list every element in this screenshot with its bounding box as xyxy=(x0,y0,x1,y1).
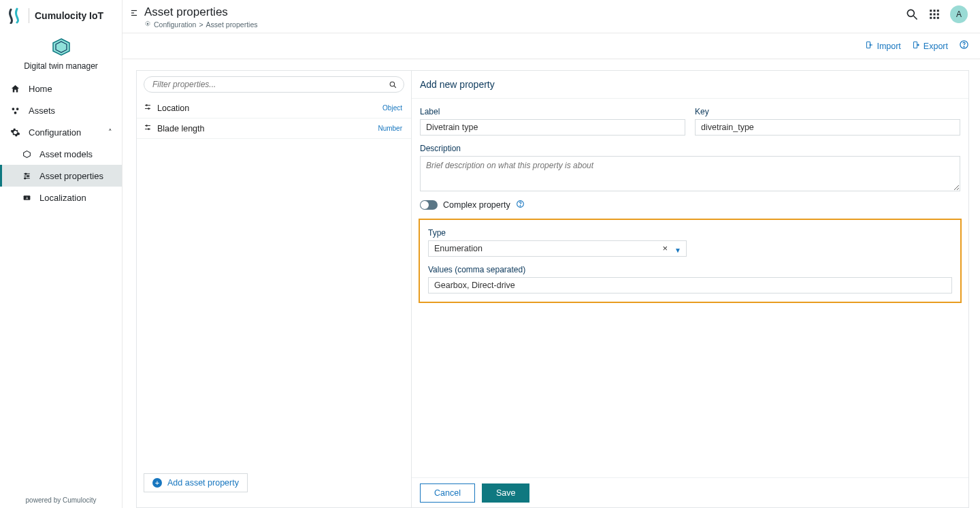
type-label: Type xyxy=(428,228,952,238)
complex-toggle-row: Complex property xyxy=(420,200,960,210)
plus-icon: + xyxy=(152,478,162,488)
workspace: Location Object Blade length Number + Ad… xyxy=(122,59,980,508)
add-asset-property-button[interactable]: + Add asset property xyxy=(144,473,248,492)
nav-asset-properties[interactable]: Asset properties xyxy=(0,165,122,187)
cancel-button[interactable]: Cancel xyxy=(420,483,475,503)
brand-name: Cumulocity IoT xyxy=(35,10,103,21)
type-badge: Object xyxy=(380,104,404,112)
apps-grid-icon[interactable] xyxy=(928,8,941,20)
svg-line-19 xyxy=(914,16,917,20)
svg-rect-26 xyxy=(930,17,932,19)
label-input[interactable] xyxy=(420,119,685,136)
app-title: Digital twin manager xyxy=(24,61,98,71)
avatar[interactable]: A xyxy=(950,5,968,23)
svg-point-17 xyxy=(147,23,149,25)
svg-point-18 xyxy=(907,10,914,16)
app-block: Digital twin manager xyxy=(0,31,122,78)
svg-rect-20 xyxy=(930,10,932,12)
sidebar-footer: powered by Cumulocity xyxy=(0,492,122,508)
svg-rect-23 xyxy=(930,14,932,16)
save-button[interactable]: Save xyxy=(482,483,530,503)
breadcrumb: Configuration > Asset properties xyxy=(144,19,905,33)
complex-label: Complex property xyxy=(443,200,510,210)
nav-label: Localization xyxy=(39,193,86,203)
svg-point-36 xyxy=(148,108,150,110)
svg-rect-21 xyxy=(934,10,936,12)
sliders-icon xyxy=(144,123,152,133)
svg-marker-5 xyxy=(23,150,30,157)
nav-label: Asset models xyxy=(39,149,93,159)
filter-input[interactable] xyxy=(144,76,404,93)
cube-icon xyxy=(22,149,31,159)
gear-icon xyxy=(144,20,151,29)
svg-rect-25 xyxy=(937,14,939,16)
svg-rect-22 xyxy=(937,10,939,12)
property-name: Location xyxy=(157,104,189,113)
breadcrumb-root[interactable]: Configuration xyxy=(154,20,196,29)
property-item[interactable]: Blade length Number xyxy=(137,118,411,139)
property-form-panel: Add new property Label Key Description xyxy=(412,70,969,508)
add-label: Add asset property xyxy=(167,478,239,488)
clear-icon[interactable]: × xyxy=(662,243,668,253)
type-select[interactable] xyxy=(428,240,687,257)
localization-icon: A xyxy=(22,193,31,202)
properties-list-panel: Location Object Blade length Number + Ad… xyxy=(136,70,412,508)
description-input[interactable] xyxy=(420,156,960,191)
breadcrumb-current: Asset properties xyxy=(206,20,258,29)
search-icon[interactable] xyxy=(389,80,397,92)
brand-block: Cumulocity IoT xyxy=(0,0,122,31)
key-label: Key xyxy=(695,107,960,116)
complex-toggle[interactable] xyxy=(420,200,438,210)
nav-configuration[interactable]: Configuration ˄ xyxy=(0,121,122,143)
topbar-actions: A xyxy=(905,5,968,23)
nav-label: Configuration xyxy=(29,127,81,138)
collapse-sidebar-icon[interactable] xyxy=(129,8,139,18)
topbar: Asset properties Configuration > Asset p… xyxy=(122,0,980,33)
caret-down-icon[interactable]: ▼ xyxy=(674,247,681,254)
form-title: Add new property xyxy=(412,71,968,99)
action-label: Import xyxy=(877,42,900,51)
svg-line-32 xyxy=(394,86,396,88)
form-footer: Cancel Save xyxy=(412,477,968,507)
nav-localization[interactable]: A Localization xyxy=(0,187,122,208)
svg-point-42 xyxy=(520,206,521,206)
key-input[interactable] xyxy=(695,119,960,136)
home-icon xyxy=(10,83,20,94)
property-name: Blade length xyxy=(157,124,205,133)
help-icon[interactable] xyxy=(959,39,969,52)
svg-point-31 xyxy=(390,82,395,86)
sidebar: Cumulocity IoT Digital twin manager Home… xyxy=(0,0,122,508)
nav-label: Asset properties xyxy=(39,171,103,181)
property-item[interactable]: Location Object xyxy=(137,98,411,118)
page-title: Asset properties xyxy=(144,5,905,19)
filter-row xyxy=(137,71,411,98)
svg-rect-28 xyxy=(937,17,939,19)
brand-separator xyxy=(29,8,29,23)
import-button[interactable]: Import xyxy=(865,41,900,51)
app-icon xyxy=(50,35,73,59)
assets-icon xyxy=(10,105,20,116)
nav-assets[interactable]: Assets xyxy=(0,99,122,121)
nav-label: Home xyxy=(29,84,52,94)
nav-home[interactable]: Home xyxy=(0,78,122,99)
search-icon[interactable] xyxy=(905,7,919,21)
nav-label: Assets xyxy=(29,106,55,116)
nav-list: Home Assets Configuration ˄ Asset models… xyxy=(0,78,122,208)
help-icon[interactable] xyxy=(516,200,525,210)
nav-asset-models[interactable]: Asset models xyxy=(0,143,122,165)
svg-point-40 xyxy=(148,129,150,130)
export-icon xyxy=(912,41,920,51)
breadcrumb-separator: > xyxy=(199,20,203,29)
values-input[interactable] xyxy=(428,277,952,293)
export-button[interactable]: Export xyxy=(912,41,948,51)
svg-point-3 xyxy=(16,108,18,110)
svg-point-35 xyxy=(146,105,148,106)
label-label: Label xyxy=(420,107,685,116)
svg-point-10 xyxy=(27,175,29,176)
actionbar: Import Export xyxy=(122,33,980,59)
svg-point-30 xyxy=(964,46,964,47)
brand-logo-icon xyxy=(7,7,23,24)
type-badge: Number xyxy=(376,124,404,133)
svg-rect-24 xyxy=(934,14,936,16)
sliders-icon xyxy=(22,171,31,180)
